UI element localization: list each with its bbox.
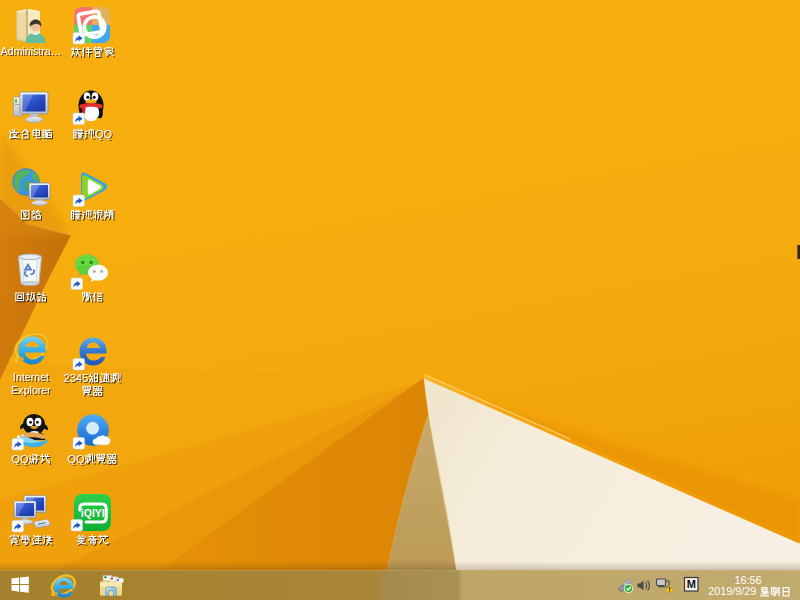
svg-text:2345: 2345 bbox=[64, 372, 88, 384]
svg-text:M: M bbox=[687, 578, 696, 590]
svg-text:Explorer: Explorer bbox=[11, 384, 51, 396]
svg-text:QQ: QQ bbox=[68, 453, 86, 465]
svg-text:Internet: Internet bbox=[13, 371, 49, 383]
svg-text:Administra…: Administra… bbox=[1, 45, 62, 57]
svg-text:iQIYI: iQIYI bbox=[81, 507, 105, 519]
svg-text:16:56: 16:56 bbox=[734, 574, 761, 586]
svg-text:QQ: QQ bbox=[95, 128, 113, 140]
svg-text:2019/9/29: 2019/9/29 bbox=[708, 585, 756, 597]
svg-text:QQ: QQ bbox=[12, 453, 30, 465]
